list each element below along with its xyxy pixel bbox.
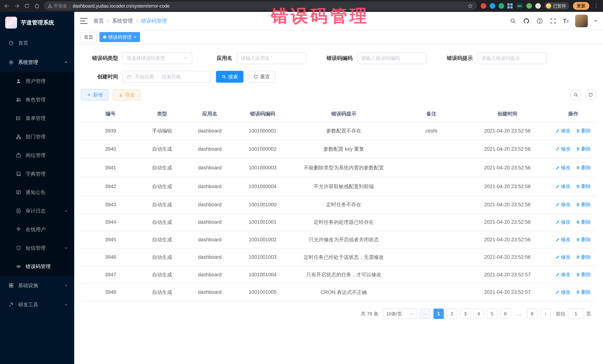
add-button[interactable]: 新增 bbox=[81, 89, 108, 100]
delete-link[interactable]: 删除 bbox=[576, 146, 591, 152]
extension-icon[interactable] bbox=[499, 3, 504, 9]
sidebar-item-notices[interactable]: 通知公告 bbox=[0, 183, 74, 202]
help-icon[interactable] bbox=[536, 17, 543, 24]
cell-code: 1001000004 bbox=[248, 183, 277, 190]
delete-link[interactable]: 删除 bbox=[576, 236, 591, 243]
org-tree-icon bbox=[16, 134, 22, 140]
paused-badge[interactable]: 已暂停 bbox=[545, 2, 569, 10]
next-page-button[interactable]: › bbox=[540, 309, 551, 319]
search-icon[interactable] bbox=[510, 17, 517, 24]
edit-link[interactable]: 修改 bbox=[555, 236, 570, 243]
error-hint-input[interactable] bbox=[477, 52, 547, 64]
breadcrumb-system[interactable]: 系统管理 bbox=[112, 17, 133, 24]
list-icon bbox=[16, 115, 22, 121]
error-type-select[interactable]: 请选择错误码类型 bbox=[122, 52, 192, 64]
sidebar-item-users[interactable]: 用户管理 bbox=[0, 72, 74, 90]
code-icon bbox=[16, 264, 22, 269]
font-size-icon[interactable]: TT bbox=[563, 18, 569, 24]
delete-link[interactable]: 删除 bbox=[576, 271, 591, 278]
sidebar-item-audit-log[interactable]: 审计日志 bbox=[0, 202, 74, 220]
extension-icon[interactable] bbox=[535, 3, 541, 9]
back-icon[interactable] bbox=[4, 3, 10, 9]
sidebar-item-system-management[interactable]: 系统管理 bbox=[0, 53, 74, 72]
url-text[interactable]: dashboard.yudao.iocoder.cn/system/error-… bbox=[73, 3, 464, 9]
sidebar-collapse-icon[interactable] bbox=[80, 18, 88, 24]
sidebar-item-dev-tools[interactable]: 研发工具 bbox=[0, 295, 74, 314]
page-button-2[interactable]: 2 bbox=[447, 309, 457, 319]
reload-icon[interactable] bbox=[24, 3, 30, 9]
more-pages-icon[interactable]: ... bbox=[514, 309, 524, 319]
edit-link[interactable]: 修改 bbox=[555, 164, 570, 171]
sidebar-item-online-users[interactable]: 在线用户 bbox=[0, 220, 74, 239]
chevron-down-icon bbox=[64, 302, 68, 307]
edit-link[interactable]: 修改 bbox=[555, 219, 570, 225]
extension-icon[interactable]: on bbox=[516, 3, 523, 9]
sidebar-item-departments[interactable]: 部门管理 bbox=[0, 128, 74, 146]
cell-hint: 不能删除类型为系统内置的参数配置 bbox=[304, 165, 384, 170]
sidebar-item-menus[interactable]: 菜单管理 bbox=[0, 109, 74, 128]
sidebar-item-infrastructure[interactable]: 基础设施 bbox=[0, 276, 74, 295]
close-icon[interactable]: × bbox=[134, 35, 136, 39]
refresh-table-button[interactable] bbox=[585, 89, 596, 100]
document-icon bbox=[16, 208, 22, 214]
breadcrumb: 首页 / 系统管理 / 错误码管理 bbox=[93, 17, 167, 24]
avatar-caret-icon[interactable] bbox=[594, 20, 597, 22]
page-size-select[interactable]: 10条/页 bbox=[383, 309, 417, 319]
app-name-input[interactable] bbox=[237, 52, 306, 64]
tab-home[interactable]: 首页 bbox=[80, 32, 97, 42]
page-button-5[interactable]: 5 bbox=[487, 309, 497, 319]
delete-link[interactable]: 删除 bbox=[576, 289, 591, 295]
toggle-search-button[interactable] bbox=[570, 89, 581, 100]
edit-link[interactable]: 修改 bbox=[555, 201, 570, 208]
tab-error-code[interactable]: 错误码管理 × bbox=[99, 32, 140, 42]
extension-icon[interactable] bbox=[508, 3, 513, 9]
cell-id: 3944 bbox=[105, 219, 116, 225]
extension-icon[interactable] bbox=[481, 3, 486, 9]
delete-link[interactable]: 删除 bbox=[576, 164, 591, 171]
page-button-3[interactable]: 3 bbox=[460, 309, 471, 319]
edit-link[interactable]: 修改 bbox=[555, 271, 570, 278]
edit-link[interactable]: 修改 bbox=[555, 183, 570, 190]
date-range-picker[interactable]: 开始日期 - 结束日期 bbox=[122, 71, 211, 83]
cell-id: 3939 bbox=[105, 128, 116, 134]
edit-link[interactable]: 修改 bbox=[555, 128, 570, 134]
sidebar-item-roles[interactable]: 角色管理 bbox=[0, 90, 74, 109]
breadcrumb-home[interactable]: 首页 bbox=[93, 17, 104, 24]
delete-link[interactable]: 删除 bbox=[576, 201, 591, 208]
logo[interactable]: 芋道管理系统 bbox=[0, 12, 74, 33]
delete-link[interactable]: 删除 bbox=[576, 219, 591, 225]
fullscreen-icon[interactable] bbox=[550, 17, 557, 24]
extension-icon[interactable] bbox=[490, 3, 495, 9]
avatar[interactable] bbox=[575, 15, 588, 27]
sidebar-item-home[interactable]: 首页 bbox=[0, 33, 74, 53]
prev-page-button[interactable]: ‹ bbox=[420, 309, 430, 319]
delete-link[interactable]: 删除 bbox=[576, 128, 591, 134]
browser-menu-icon[interactable] bbox=[593, 3, 599, 9]
sidebar-item-error-code[interactable]: 错误码管理 bbox=[0, 257, 74, 276]
sidebar-item-sms[interactable]: 短信管理 bbox=[0, 239, 74, 257]
home-icon[interactable] bbox=[34, 3, 40, 9]
bookmark-star-icon[interactable] bbox=[467, 3, 473, 9]
extension-icon[interactable] bbox=[526, 3, 532, 9]
sidebar-item-dictionary[interactable]: 字典管理 bbox=[0, 165, 74, 183]
page-button-6[interactable]: 6 bbox=[500, 309, 510, 319]
reset-button[interactable]: 重置 bbox=[248, 71, 275, 83]
page-button-8[interactable]: 8 bbox=[527, 309, 537, 319]
error-code-input[interactable] bbox=[357, 52, 427, 64]
edit-link[interactable]: 修改 bbox=[555, 146, 570, 152]
page-button-1[interactable]: 1 bbox=[433, 309, 444, 319]
sidebar-item-posts[interactable]: 岗位管理 bbox=[0, 146, 74, 165]
edit-link[interactable]: 修改 bbox=[555, 254, 570, 260]
address-bar[interactable]: 不安全 dashboard.yudao.iocoder.cn/system/er… bbox=[44, 1, 477, 10]
export-button[interactable]: 导出 bbox=[113, 89, 140, 100]
delete-link[interactable]: 删除 bbox=[576, 183, 591, 190]
edit-link[interactable]: 修改 bbox=[555, 289, 570, 295]
search-button[interactable]: 搜索 bbox=[216, 71, 244, 83]
page-button-4[interactable]: 4 bbox=[474, 309, 484, 319]
delete-link[interactable]: 删除 bbox=[576, 254, 591, 260]
github-icon[interactable] bbox=[523, 17, 530, 24]
update-button[interactable]: 更新 bbox=[573, 2, 589, 10]
forward-icon[interactable] bbox=[14, 3, 20, 9]
security-warning[interactable]: 不安全 bbox=[47, 3, 67, 9]
goto-page-input[interactable] bbox=[568, 309, 584, 319]
